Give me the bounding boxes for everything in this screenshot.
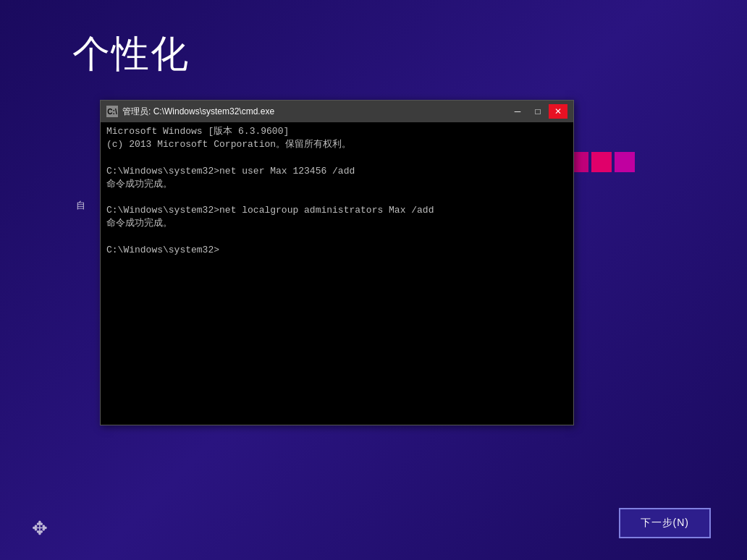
cmd-line-3	[106, 151, 567, 164]
cmd-body[interactable]: Microsoft Windows [版本 6.3.9600] (c) 2013…	[101, 122, 573, 425]
cmd-controls: ─ □ ✕	[508, 104, 567, 119]
maximize-button[interactable]: □	[528, 104, 547, 119]
cmd-line-6	[106, 191, 567, 204]
cmd-titlebar-left: C:\ 管理员: C:\Windows\system32\cmd.exe	[106, 106, 274, 118]
cmd-window: C:\ 管理员: C:\Windows\system32\cmd.exe ─ □…	[100, 100, 574, 425]
cmd-line-9	[106, 231, 567, 244]
page-title: 个性化	[72, 29, 190, 80]
cmd-titlebar: C:\ 管理员: C:\Windows\system32\cmd.exe ─ □…	[101, 101, 573, 122]
cmd-title: 管理员: C:\Windows\system32\cmd.exe	[122, 106, 274, 118]
cmd-line-8: 命令成功完成。	[106, 217, 567, 230]
next-button[interactable]: 下一步(N)	[619, 508, 711, 538]
sidebar-label: 自	[76, 199, 85, 212]
cmd-line-7: C:\Windows\system32>net localgroup admin…	[106, 204, 567, 217]
cmd-icon: C:\	[106, 106, 118, 117]
cmd-line-1: Microsoft Windows [版本 6.3.9600]	[106, 125, 567, 138]
cmd-line-2: (c) 2013 Microsoft Corporation。保留所有权利。	[106, 138, 567, 151]
minimize-button[interactable]: ─	[508, 104, 527, 119]
hot-pink-swatch[interactable]	[591, 152, 612, 172]
magenta-swatch[interactable]	[615, 152, 635, 172]
cmd-line-10: C:\Windows\system32>	[106, 244, 567, 257]
cmd-icon-text: C:\	[107, 108, 117, 116]
color-swatches	[568, 152, 635, 172]
close-button[interactable]: ✕	[549, 104, 567, 119]
cmd-line-4: C:\Windows\system32>net user Max 123456 …	[106, 165, 567, 178]
cmd-line-5: 命令成功完成。	[106, 178, 567, 191]
move-cursor-icon: ✥	[32, 517, 48, 540]
